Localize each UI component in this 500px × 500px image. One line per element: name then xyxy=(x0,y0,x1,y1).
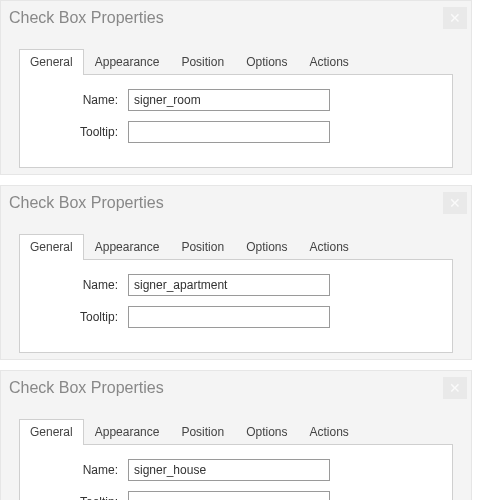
form-row-tooltip: Tooltip: xyxy=(36,306,436,328)
tooltip-label: Tooltip: xyxy=(36,310,128,324)
tab-panel-general: Name: Tooltip: xyxy=(19,259,453,353)
name-label: Name: xyxy=(36,278,128,292)
close-button[interactable]: ✕ xyxy=(443,192,467,214)
tab-strip: General Appearance Position Options Acti… xyxy=(1,405,471,444)
tab-actions[interactable]: Actions xyxy=(298,234,359,259)
dialog-title: Check Box Properties xyxy=(9,379,164,397)
checkbox-properties-dialog: Check Box Properties ✕ General Appearanc… xyxy=(0,370,472,500)
tab-general[interactable]: General xyxy=(19,49,84,75)
form-row-tooltip: Tooltip: xyxy=(36,121,436,143)
close-button[interactable]: ✕ xyxy=(443,7,467,29)
close-icon: ✕ xyxy=(449,196,461,210)
checkbox-properties-dialog: Check Box Properties ✕ General Appearanc… xyxy=(0,0,472,175)
name-label: Name: xyxy=(36,93,128,107)
name-input[interactable] xyxy=(128,274,330,296)
tab-options[interactable]: Options xyxy=(235,49,298,74)
tab-position[interactable]: Position xyxy=(170,49,235,74)
dialog-title: Check Box Properties xyxy=(9,194,164,212)
tooltip-input[interactable] xyxy=(128,491,330,500)
tab-position[interactable]: Position xyxy=(170,234,235,259)
form-row-tooltip: Tooltip: xyxy=(36,491,436,500)
tab-appearance[interactable]: Appearance xyxy=(84,49,171,74)
tab-general[interactable]: General xyxy=(19,419,84,445)
tab-general[interactable]: General xyxy=(19,234,84,260)
tooltip-input[interactable] xyxy=(128,121,330,143)
dialog-header: Check Box Properties ✕ xyxy=(1,1,471,35)
name-input[interactable] xyxy=(128,89,330,111)
name-label: Name: xyxy=(36,463,128,477)
tab-panel-general: Name: Tooltip: xyxy=(19,74,453,168)
tooltip-input[interactable] xyxy=(128,306,330,328)
tab-actions[interactable]: Actions xyxy=(298,419,359,444)
tab-appearance[interactable]: Appearance xyxy=(84,419,171,444)
tab-actions[interactable]: Actions xyxy=(298,49,359,74)
tooltip-label: Tooltip: xyxy=(36,495,128,500)
dialog-header: Check Box Properties ✕ xyxy=(1,186,471,220)
form-row-name: Name: xyxy=(36,89,436,111)
form-row-name: Name: xyxy=(36,459,436,481)
dialog-header: Check Box Properties ✕ xyxy=(1,371,471,405)
tab-appearance[interactable]: Appearance xyxy=(84,234,171,259)
checkbox-properties-dialog: Check Box Properties ✕ General Appearanc… xyxy=(0,185,472,360)
name-input[interactable] xyxy=(128,459,330,481)
dialog-title: Check Box Properties xyxy=(9,9,164,27)
tab-strip: General Appearance Position Options Acti… xyxy=(1,220,471,259)
close-button[interactable]: ✕ xyxy=(443,377,467,399)
tooltip-label: Tooltip: xyxy=(36,125,128,139)
form-row-name: Name: xyxy=(36,274,436,296)
close-icon: ✕ xyxy=(449,11,461,25)
tab-options[interactable]: Options xyxy=(235,234,298,259)
tab-panel-general: Name: Tooltip: xyxy=(19,444,453,500)
tab-options[interactable]: Options xyxy=(235,419,298,444)
close-icon: ✕ xyxy=(449,381,461,395)
tab-position[interactable]: Position xyxy=(170,419,235,444)
tab-strip: General Appearance Position Options Acti… xyxy=(1,35,471,74)
